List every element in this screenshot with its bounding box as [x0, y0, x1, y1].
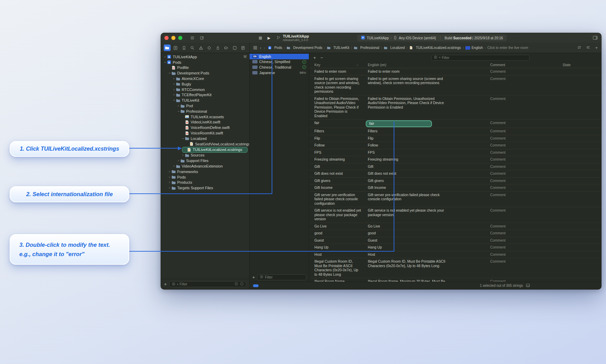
related-items-icon[interactable]	[253, 46, 257, 50]
navigator-tab-breakpoints-icon[interactable]	[223, 44, 230, 51]
disclosure-icon[interactable]: ›	[181, 153, 185, 157]
string-row[interactable]: Illegal Room Name, Maximum 30 Bytes, Mus…	[309, 278, 601, 282]
english-cell[interactable]: Freezing streaming	[363, 156, 454, 163]
string-row[interactable]: Gift IncomeGift IncomeComment	[309, 184, 601, 192]
string-row[interactable]: Failed to get screen sharing source (scr…	[309, 75, 601, 95]
disclosure-icon[interactable]: ›	[168, 175, 171, 179]
string-row[interactable]: Gift giversGift giversComment	[309, 178, 601, 185]
run-destination[interactable]: Any iOS Device (arm64)	[399, 36, 436, 40]
english-cell[interactable]: FPS	[363, 149, 454, 156]
comment-cell[interactable]: Comment	[485, 68, 557, 75]
string-row[interactable]: FlipFlipComment	[309, 135, 601, 142]
comment-cell[interactable]: Comment	[485, 207, 557, 223]
english-cell[interactable]: Follow	[363, 142, 454, 149]
navigator-tab-project-icon[interactable]	[164, 44, 171, 51]
breadcrumb-item[interactable]: English	[465, 46, 483, 50]
column-header-english[interactable]: English (en)	[363, 63, 485, 67]
key-cell[interactable]: Failed to Obtain Permission, Unauthorize…	[309, 95, 363, 120]
disclosure-icon[interactable]: ›	[172, 82, 176, 86]
string-row[interactable]: HostHostComment	[309, 251, 601, 259]
key-cell[interactable]: Gift	[309, 163, 363, 170]
column-header-state[interactable]: State	[557, 63, 601, 67]
string-row[interactable]: FPSFPSComment	[309, 149, 601, 156]
english-cell[interactable]: Host	[363, 251, 454, 258]
english-cell[interactable]: good	[363, 230, 454, 237]
disclosure-icon[interactable]: ›	[176, 104, 180, 108]
disclosure-icon[interactable]: ›	[168, 170, 171, 173]
key-cell[interactable]: Failed to enter room	[309, 68, 363, 75]
comment-cell[interactable]: Comment	[485, 258, 557, 278]
disclosure-icon[interactable]: ›	[168, 71, 171, 75]
build-status[interactable]: Build Succeeded | 2025/9/18 at 20:16	[445, 36, 503, 40]
disclosure-icon[interactable]: ›	[168, 181, 171, 184]
navigator-tab-source-control-icon[interactable]	[172, 44, 179, 51]
disclosure-icon[interactable]: ›	[177, 109, 180, 113]
disclosure-icon[interactable]: ›	[172, 99, 176, 102]
string-row[interactable]: Failed to Obtain Permission, Unauthorize…	[309, 95, 601, 120]
navigator-item[interactable]: ›Pods	[161, 60, 249, 65]
scheme-bar[interactable]: TUILiveKitApp › Any iOS Device (arm64) B…	[357, 34, 507, 41]
add-language-button[interactable]: +	[252, 275, 255, 280]
inspector-toggle-icon[interactable]	[593, 36, 598, 40]
comment-cell[interactable]: Comment	[485, 244, 557, 251]
navigator-item[interactable]: ›VideoLiveKit.swift	[161, 120, 249, 125]
key-cell[interactable]: Gift Income	[309, 184, 363, 191]
comment-cell[interactable]: Comment	[485, 95, 557, 120]
navigator-tab-reports-icon[interactable]	[240, 44, 247, 51]
english-cell[interactable]: Go Live	[363, 223, 454, 230]
string-row[interactable]: Go LiveGo LiveComment	[309, 223, 601, 230]
string-edit-field[interactable]: fair	[366, 120, 432, 127]
breadcrumb-item[interactable]: Development Pods	[286, 46, 322, 50]
key-cell[interactable]: Gift server pre-verification failed plea…	[309, 192, 363, 207]
breadcrumb-item[interactable]: TUILiveKit	[327, 46, 349, 50]
disclosure-icon[interactable]: ›	[176, 159, 180, 162]
column-header-comment[interactable]: Comment	[485, 63, 557, 67]
comment-cell[interactable]: Comment	[485, 120, 557, 128]
key-cell[interactable]: Go Live	[309, 223, 363, 230]
language-row[interactable]: Chinese, Traditional✓	[250, 64, 309, 70]
add-string-button[interactable]: +	[313, 55, 316, 60]
comment-cell[interactable]: Comment	[485, 163, 557, 170]
string-row[interactable]: Gift server pre-verification failed plea…	[309, 192, 601, 208]
english-cell[interactable]: Failed to get screen sharing source (scr…	[363, 75, 454, 95]
comment-cell[interactable]: Comment	[485, 223, 557, 230]
strings-filter-field[interactable]: ▾ Filter	[431, 55, 529, 61]
navigator-filter-field[interactable]: ▾ Filter	[169, 281, 246, 287]
breadcrumb-item[interactable]: Professional	[354, 46, 379, 50]
string-row[interactable]: Illegal Custom Room ID, Must Be Printabl…	[309, 258, 601, 278]
navigator-tab-issues-icon[interactable]	[198, 44, 204, 51]
string-row[interactable]: FollowFollowComment	[309, 142, 601, 149]
navigator-tab-debug-icon[interactable]	[214, 44, 221, 51]
language-row[interactable]: ENEnglish	[250, 54, 309, 59]
comment-cell[interactable]: Comment	[485, 170, 557, 177]
string-row[interactable]: Failed to enter roomFailed to enter room…	[309, 68, 601, 75]
back-button[interactable]: ‹	[260, 46, 261, 50]
navigator-item[interactable]: ›Targets Support Files	[161, 185, 249, 191]
navigator-tab-find-icon[interactable]	[189, 44, 196, 51]
language-filter-field[interactable]: Filter	[257, 274, 306, 280]
english-cell[interactable]: Hang Up	[363, 244, 454, 251]
string-row[interactable]: goodgoodComment	[309, 230, 601, 237]
key-cell[interactable]: fair	[309, 120, 363, 128]
string-row[interactable]: fairfairComment	[309, 120, 601, 128]
disclosure-icon[interactable]: ›	[163, 55, 167, 59]
navigator-item[interactable]: ›Sources	[161, 153, 249, 158]
navigator-item[interactable]: ›TUILiveKit	[161, 98, 249, 103]
remove-string-button[interactable]: −	[321, 55, 323, 60]
comment-cell[interactable]: Comment	[485, 156, 557, 163]
comment-cell[interactable]: Comment	[485, 178, 557, 184]
key-cell[interactable]: Gift service is not enabled yet please c…	[309, 207, 363, 223]
language-row[interactable]: Chinese, Simplified✓	[250, 59, 309, 65]
comment-cell[interactable]: Comment	[485, 149, 557, 156]
string-row[interactable]: Freezing streamingFreezing streamingComm…	[309, 156, 601, 163]
english-cell[interactable]: Failed to enter room	[363, 68, 454, 75]
english-cell[interactable]: Failed to Obtain Permission, Unauthorize…	[363, 95, 454, 120]
comment-cell[interactable]: Comment	[485, 142, 557, 149]
navigator-item[interactable]: ›VoiceRoomDefine.swift	[161, 125, 249, 130]
navigator-item[interactable]: ›Localized	[161, 136, 249, 141]
english-cell[interactable]: Gift givers	[363, 178, 454, 184]
navigator-item[interactable]: ›SeatGridViewLocalized.xcstrings	[161, 141, 249, 147]
breadcrumb-item[interactable]: TUILiveKitLocalized.xcstrings	[409, 46, 461, 50]
key-cell[interactable]: Gift does not exist	[309, 170, 363, 177]
string-row[interactable]: Gift service is not enabled yet please c…	[309, 207, 601, 223]
